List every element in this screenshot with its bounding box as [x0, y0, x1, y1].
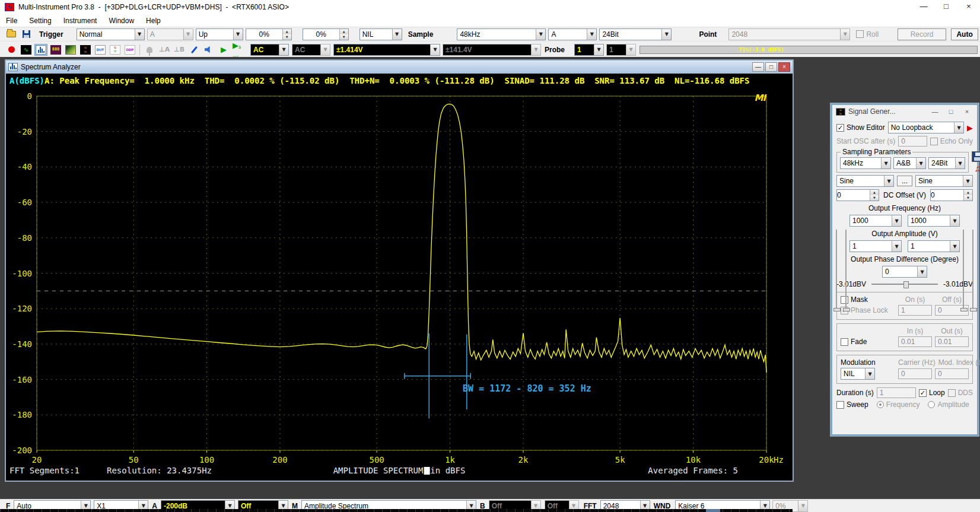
mask-checkbox[interactable]: Mask: [841, 295, 895, 304]
sweep-checkbox[interactable]: Sweep: [836, 400, 868, 409]
minimize-button[interactable]: —: [912, 0, 935, 14]
spectrum-chart-area[interactable]: 0-20-40-60-80-100-120-140-160-180-200205…: [6, 88, 793, 479]
start-generator-icon[interactable]: ▶: [967, 123, 973, 132]
output-amplitude-a-select[interactable]: 1▼: [849, 240, 902, 252]
amplitude-slider-b1[interactable]: [963, 230, 964, 311]
probe-pick-button[interactable]: [187, 44, 201, 56]
run-loop-button[interactable]: ▶: [232, 44, 245, 56]
fade-checkbox[interactable]: Fade: [841, 338, 895, 346]
y-tick-label: -20: [17, 127, 32, 136]
sample-rate-value: 48kHz: [457, 30, 536, 39]
generator-channels-select[interactable]: A&B▼: [893, 157, 926, 169]
signal-generator-button[interactable]: ≈≈: [79, 44, 92, 56]
spectrum-analyzer-button[interactable]: [34, 44, 47, 56]
spectrum-window-titlebar[interactable]: Spectrum Analyzer — □ ×: [6, 61, 793, 74]
spin-down-icon[interactable]: ▼: [283, 34, 291, 40]
spin-down-icon[interactable]: ▼: [870, 195, 879, 201]
spectrum-analyzer-icon: [36, 45, 46, 55]
save-file-button[interactable]: [20, 28, 33, 40]
trigger-delay-stepper[interactable]: 0%▲▼: [303, 28, 349, 40]
dropdown-arrow-icon: ▼: [233, 29, 243, 40]
maximize-button[interactable]: □: [765, 62, 777, 72]
close-button[interactable]: ×: [957, 0, 980, 14]
range-a-select[interactable]: ±1.414V▼: [333, 44, 440, 56]
chart-type-status: AMPLITUDE SPECTRUMin dBFS: [333, 466, 466, 475]
auto-button[interactable]: Auto: [951, 28, 978, 40]
trigger-level-value: 0%: [246, 30, 282, 39]
close-button[interactable]: ×: [778, 62, 790, 72]
waveform-b-select[interactable]: Sine▼: [915, 175, 973, 187]
generator-bits-value: 24Bit: [929, 159, 955, 167]
multimeter-button[interactable]: 888: [49, 44, 62, 56]
dc-offset-a-stepper[interactable]: 0▲▼: [836, 189, 879, 201]
sample-bits-select[interactable]: 24Bit▼: [599, 28, 672, 40]
hpf-select[interactable]: NIL▼: [359, 28, 402, 40]
trigger-level-stepper[interactable]: 0%▲▼: [246, 28, 292, 40]
oscilloscope-button[interactable]: ∿: [20, 44, 33, 56]
close-button[interactable]: ×: [960, 108, 973, 115]
derived-data-button[interactable]: ≈≈: [109, 44, 122, 56]
modulation-type-select[interactable]: NIL▼: [841, 368, 875, 380]
amplitude-slider-a1[interactable]: [836, 230, 837, 311]
balance-slider[interactable]: [871, 284, 938, 285]
open-folder-icon: [7, 31, 16, 37]
generator-sample-rate-value: 48kHz: [841, 159, 881, 167]
probe-a-select[interactable]: 1▼: [574, 44, 604, 56]
menu-window[interactable]: Window: [103, 17, 140, 25]
signal-generator-titlebar[interactable]: ≈≈ Signal Gener... — □ ×: [832, 105, 977, 118]
dropdown-arrow-icon: ▼: [865, 368, 874, 379]
maximize-button[interactable]: □: [944, 108, 957, 115]
spin-up-icon[interactable]: ▲: [283, 29, 291, 34]
sample-channel-select[interactable]: A▼: [548, 28, 597, 40]
minimize-button[interactable]: —: [928, 108, 941, 115]
carrier-label: Carrier (Hz): [898, 358, 936, 367]
menu-help[interactable]: Help: [140, 17, 167, 25]
spectrum-3d-button[interactable]: [64, 44, 77, 56]
sound-monitor-button[interactable]: [202, 44, 215, 56]
record-data-button[interactable]: [5, 44, 18, 56]
output-amplitude-b-select[interactable]: 1▼: [908, 240, 960, 252]
waveform-a-select[interactable]: Sine▼: [836, 175, 894, 187]
sample-rate-select[interactable]: 48kHz▼: [457, 28, 546, 40]
open-file-button[interactable]: [5, 28, 18, 40]
loop-checkbox[interactable]: Loop: [919, 389, 945, 397]
spin-down-icon[interactable]: ▼: [340, 34, 348, 40]
device-test-plan-button[interactable]: DUT: [94, 44, 107, 56]
dc-offset-b-stepper[interactable]: 0▲▼: [930, 189, 973, 201]
more-options-button[interactable]: ...: [897, 176, 912, 186]
dropdown-arrow-icon: ▼: [916, 158, 925, 168]
mask-on-label: On (s): [898, 295, 932, 304]
dropdown-arrow-icon: ▼: [661, 29, 671, 40]
output-phase-select[interactable]: 0▼: [882, 266, 927, 278]
spin-up-icon[interactable]: ▲: [340, 29, 348, 34]
amplitude-slider-b2[interactable]: [972, 230, 973, 311]
output-frequency-b-select[interactable]: 1000▼: [908, 215, 960, 227]
ddp-viewer-button[interactable]: DDP: [123, 44, 136, 56]
scrollbar-thumb[interactable]: [706, 509, 720, 512]
run-button[interactable]: ▶: [217, 44, 230, 56]
generator-sample-rate-select[interactable]: 48kHz▼: [840, 157, 891, 169]
spin-down-icon[interactable]: ▼: [964, 195, 972, 201]
minimize-button[interactable]: —: [752, 62, 764, 72]
mdi-workspace: Spectrum Analyzer — □ × A(dBFS)A: Peak F…: [0, 57, 980, 499]
loopback-select[interactable]: No Loopback▼: [888, 122, 964, 133]
menu-setting[interactable]: Setting: [23, 17, 57, 25]
dropdown-arrow-icon: ▼: [884, 176, 893, 186]
show-editor-checkbox[interactable]: Show Editor: [836, 123, 885, 132]
amplitude-slider-a2[interactable]: [845, 230, 847, 311]
maximize-button[interactable]: □: [935, 0, 957, 14]
trigger-mode-select[interactable]: Normal▼: [77, 28, 145, 40]
spin-up-icon[interactable]: ▲: [964, 190, 972, 195]
ground-a-icon: ⊥A: [159, 46, 170, 53]
coupling-a-select[interactable]: AC▼: [250, 44, 289, 56]
spin-up-icon[interactable]: ▲: [870, 190, 879, 195]
music-note-icon[interactable]: ♫: [972, 164, 980, 173]
generator-bits-select[interactable]: 24Bit▼: [928, 157, 965, 169]
save-signal-button[interactable]: [972, 151, 980, 162]
menu-instrument[interactable]: Instrument: [58, 17, 103, 25]
trigger-edge-select[interactable]: Up▼: [196, 28, 243, 40]
instrument-toolbar: ∿ 888 ≈≈ DUT ≈≈ DDP ⊥A ⊥B ▶ ▶ AC▼ AC▼ ±1…: [0, 42, 980, 58]
output-frequency-a-select[interactable]: 1000▼: [849, 215, 902, 227]
menu-file[interactable]: File: [0, 17, 23, 25]
x-tick-label: 10k: [686, 455, 701, 465]
